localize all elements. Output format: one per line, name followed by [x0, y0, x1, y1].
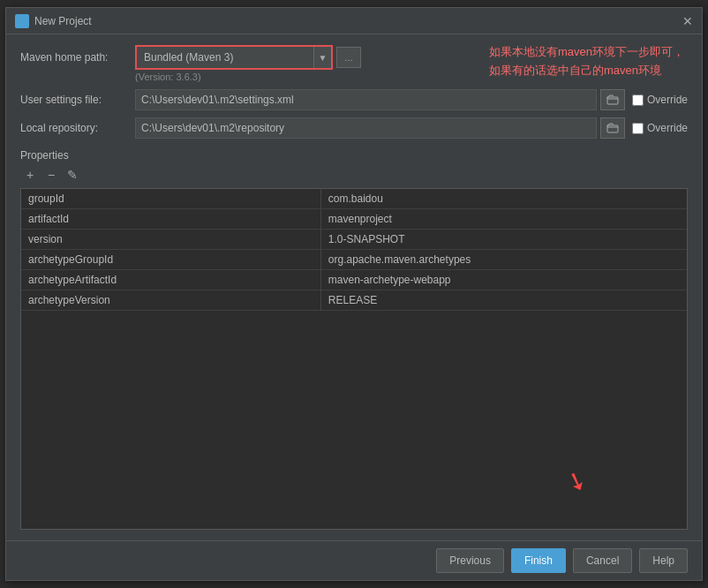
- svg-rect-3: [607, 125, 618, 132]
- prop-key: artifactId: [21, 209, 320, 230]
- svg-rect-2: [607, 97, 618, 104]
- user-settings-input-group: Override: [135, 89, 688, 110]
- dialog-footer: Previous Finish Cancel Help: [6, 540, 702, 580]
- title-bar-left: New Project: [15, 14, 92, 28]
- remove-property-button[interactable]: −: [41, 165, 61, 185]
- prop-value: com.baidou: [320, 189, 687, 209]
- maven-home-row: Maven home path: Bundled (Maven 3) ▼ …: [20, 45, 688, 70]
- user-settings-browse[interactable]: [600, 89, 625, 110]
- prop-value: mavenproject: [320, 209, 687, 230]
- local-repo-input-group: Override: [135, 117, 688, 139]
- new-project-dialog: New Project ✕ 如果本地没有maven环境下一步即可， 如果有的话选…: [5, 7, 703, 581]
- properties-label: Properties: [20, 149, 688, 162]
- local-repo-override-group: Override: [632, 122, 688, 134]
- cancel-button[interactable]: Cancel: [573, 548, 632, 573]
- table-row[interactable]: archetypeArtifactIdmaven-archetype-webap…: [21, 270, 687, 290]
- finish-button[interactable]: Finish: [511, 548, 566, 573]
- dialog-icon: [15, 14, 29, 28]
- help-button[interactable]: Help: [639, 548, 688, 573]
- maven-home-wrapper: Bundled (Maven 3) ▼: [135, 45, 333, 70]
- maven-home-value: Bundled (Maven 3): [137, 47, 313, 68]
- maven-home-label: Maven home path:: [20, 51, 135, 64]
- prop-key: archetypeGroupId: [21, 250, 320, 270]
- add-property-button[interactable]: +: [20, 165, 40, 185]
- prop-value: RELEASE: [320, 290, 687, 311]
- local-repo-input[interactable]: [135, 117, 597, 139]
- local-repo-row: Local repository: Override: [20, 117, 688, 139]
- prop-table: groupIdcom.baidouartifactIdmavenprojectv…: [21, 189, 687, 311]
- properties-section: Properties + − ✎ groupIdcom.baidouartifa…: [20, 149, 688, 530]
- close-button[interactable]: ✕: [682, 14, 693, 28]
- maven-home-dropdown[interactable]: ▼: [313, 47, 331, 68]
- user-settings-row: User settings file: Override: [20, 89, 688, 110]
- maven-version: (Version: 3.6.3): [135, 72, 688, 82]
- table-row[interactable]: groupIdcom.baidou: [21, 189, 687, 209]
- table-row[interactable]: version1.0-SNAPSHOT: [21, 230, 687, 250]
- dialog-body: 如果本地没有maven环境下一步即可， 如果有的话选中自己的maven环境 Ma…: [6, 34, 702, 540]
- svg-point-1: [19, 19, 25, 24]
- prop-value: 1.0-SNAPSHOT: [320, 230, 687, 250]
- previous-button[interactable]: Previous: [436, 548, 504, 573]
- table-row[interactable]: archetypeGroupIdorg.apache.maven.archety…: [21, 250, 687, 270]
- prop-key: archetypeVersion: [21, 290, 320, 311]
- table-row[interactable]: archetypeVersionRELEASE: [21, 290, 687, 311]
- user-settings-label: User settings file:: [20, 94, 135, 106]
- local-repo-override-label: Override: [647, 122, 688, 134]
- prop-key: groupId: [21, 189, 320, 209]
- title-bar: New Project ✕: [6, 8, 702, 34]
- table-row[interactable]: artifactIdmavenproject: [21, 209, 687, 230]
- dialog-title: New Project: [34, 15, 92, 27]
- prop-key: version: [21, 230, 320, 250]
- local-repo-override-checkbox[interactable]: [632, 123, 644, 134]
- local-repo-browse[interactable]: [600, 117, 625, 139]
- user-settings-input[interactable]: [135, 89, 597, 110]
- user-settings-override-group: Override: [632, 94, 688, 106]
- prop-value: org.apache.maven.archetypes: [320, 250, 687, 270]
- local-repo-label: Local repository:: [20, 122, 135, 134]
- properties-toolbar: + − ✎: [20, 165, 688, 185]
- properties-table: groupIdcom.baidouartifactIdmavenprojectv…: [20, 188, 688, 530]
- prop-value: maven-archetype-webapp: [320, 270, 687, 290]
- user-settings-override-label: Override: [647, 94, 688, 106]
- prop-key: archetypeArtifactId: [21, 270, 320, 290]
- maven-home-browse[interactable]: …: [336, 47, 361, 68]
- user-settings-override-checkbox[interactable]: [632, 94, 644, 106]
- edit-property-button[interactable]: ✎: [63, 165, 82, 185]
